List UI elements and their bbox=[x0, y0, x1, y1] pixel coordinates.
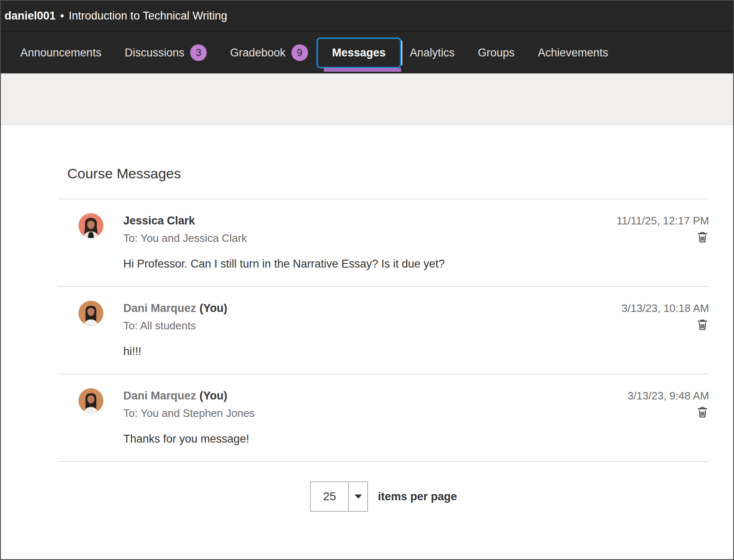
tab-separator bbox=[401, 41, 402, 65]
items-per-page-label: items per page bbox=[378, 490, 457, 503]
tab-discussions-label: Discussions bbox=[125, 46, 184, 59]
tab-gradebook[interactable]: Gradebook 9 bbox=[230, 44, 308, 61]
message-sender: Jessica Clark bbox=[123, 214, 195, 227]
username: daniel001 bbox=[5, 10, 56, 22]
trash-icon bbox=[696, 318, 709, 331]
avatar bbox=[78, 301, 103, 326]
items-per-page-value: 25 bbox=[311, 482, 348, 511]
trash-icon bbox=[696, 231, 709, 244]
delete-message-button[interactable] bbox=[696, 231, 709, 245]
tab-announcements-label: Announcements bbox=[20, 46, 101, 59]
message-body: hi!!! bbox=[123, 344, 709, 359]
course-header-bar: daniel001 • Introduction to Technical Wr… bbox=[1, 1, 733, 32]
avatar bbox=[78, 388, 103, 413]
message-timestamp: 11/11/25, 12:17 PM bbox=[617, 213, 709, 228]
message-sender-suffix: (You) bbox=[200, 302, 228, 314]
header-separator-dot: • bbox=[60, 10, 64, 22]
select-caret-section bbox=[348, 482, 367, 511]
tab-groups[interactable]: Groups bbox=[478, 46, 515, 59]
delete-message-button[interactable] bbox=[696, 318, 709, 333]
tab-messages-label: Messages bbox=[332, 46, 386, 59]
trash-icon bbox=[696, 406, 709, 419]
message-main: Dani Marquez(You) To: All students 3/13/… bbox=[123, 301, 709, 359]
tab-messages[interactable]: Messages bbox=[316, 37, 401, 68]
page-title: Course Messages bbox=[67, 164, 709, 183]
tab-achievements-label: Achievements bbox=[538, 46, 608, 59]
course-title: Introduction to Technical Writing bbox=[69, 10, 228, 22]
message-row[interactable]: Dani Marquez(You) To: All students 3/13/… bbox=[58, 286, 709, 374]
tab-discussions[interactable]: Discussions 3 bbox=[125, 44, 207, 61]
tab-gradebook-label: Gradebook bbox=[230, 46, 286, 59]
avatar-jessica-illustration bbox=[78, 213, 103, 238]
avatar-dani-illustration bbox=[78, 388, 103, 413]
tab-analytics[interactable]: Analytics bbox=[410, 46, 455, 59]
items-per-page-select[interactable]: 25 bbox=[310, 482, 368, 511]
tab-achievements[interactable]: Achievements bbox=[538, 46, 608, 59]
message-row[interactable]: Jessica Clark To: You and Jessica Clark … bbox=[58, 199, 709, 286]
avatar-dani-illustration bbox=[78, 301, 103, 326]
tab-announcements[interactable]: Announcements bbox=[20, 46, 101, 59]
message-recipients: To: You and Stephen Jones bbox=[123, 406, 255, 421]
app-window: daniel001 • Introduction to Technical Wr… bbox=[0, 0, 734, 560]
message-body: Thanks for you message! bbox=[123, 431, 709, 446]
message-list: Jessica Clark To: You and Jessica Clark … bbox=[58, 199, 709, 462]
message-sender: Dani Marquez bbox=[123, 302, 196, 314]
tab-groups-label: Groups bbox=[478, 46, 515, 59]
delete-message-button[interactable] bbox=[696, 406, 709, 420]
active-tab-indicator bbox=[324, 68, 401, 72]
message-recipients: To: All students bbox=[123, 318, 228, 333]
messages-page: Course Messages bbox=[1, 164, 733, 511]
message-timestamp: 3/13/23, 9:48 AM bbox=[627, 388, 709, 403]
gradebook-count-badge: 9 bbox=[291, 44, 308, 61]
caret-down-icon bbox=[355, 494, 362, 499]
message-main: Jessica Clark To: You and Jessica Clark … bbox=[123, 213, 709, 271]
tab-analytics-label: Analytics bbox=[410, 46, 455, 59]
message-recipients: To: You and Jessica Clark bbox=[123, 231, 247, 246]
course-nav-bar: Announcements Discussions 3 Gradebook 9 … bbox=[1, 32, 733, 73]
message-row[interactable]: Dani Marquez(You) To: You and Stephen Jo… bbox=[58, 374, 709, 461]
avatar bbox=[78, 213, 103, 238]
discussions-count-badge: 3 bbox=[190, 44, 207, 61]
message-main: Dani Marquez(You) To: You and Stephen Jo… bbox=[123, 388, 709, 446]
message-timestamp: 3/13/23, 10:18 AM bbox=[621, 301, 709, 316]
message-sender: Dani Marquez bbox=[123, 390, 196, 402]
message-sender-suffix: (You) bbox=[200, 390, 228, 402]
message-body: Hi Professor. Can I still turn in the Na… bbox=[123, 256, 709, 271]
pagination-bar: 25 items per page bbox=[58, 482, 709, 511]
subheader-strip bbox=[1, 73, 733, 125]
